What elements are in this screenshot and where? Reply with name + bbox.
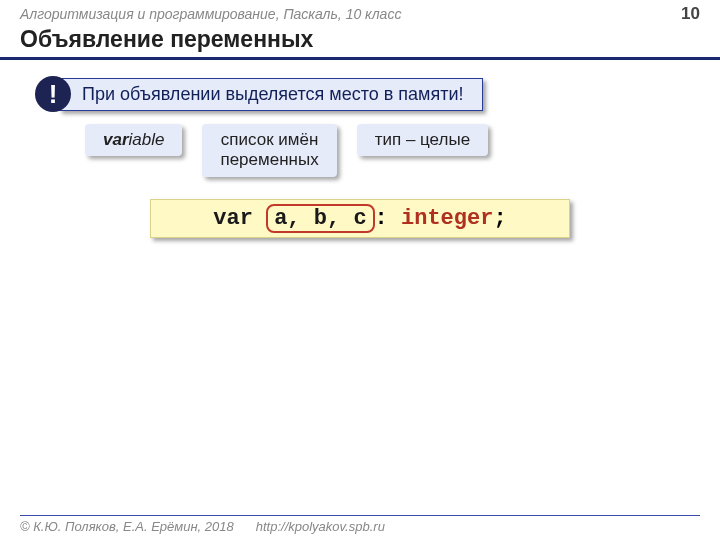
code-type: integer: [401, 206, 493, 231]
breadcrumb: Алгоритмизация и программирование, Паска…: [20, 6, 401, 22]
code-colon: :: [375, 206, 388, 231]
chip-id-list-line1: список имён: [221, 130, 319, 149]
callout: ! При объявлении выделяется место в памя…: [35, 76, 690, 112]
content-area: ! При объявлении выделяется место в памя…: [0, 60, 720, 248]
chip-variable-rest: iable: [129, 130, 165, 149]
page-title: Объявление переменных: [0, 24, 720, 60]
code-keyword-var: var: [213, 206, 253, 231]
chip-type: тип – целые: [357, 124, 488, 156]
callout-text: При объявлении выделяется место в памяти…: [59, 78, 483, 111]
chip-variable: variable: [85, 124, 182, 156]
code-semicolon: ;: [493, 206, 506, 231]
code-identifiers: a, b, c: [266, 204, 374, 233]
page-number: 10: [681, 4, 700, 24]
label-chips-row: variable список имён переменных тип – це…: [85, 124, 690, 177]
exclaim-icon: !: [35, 76, 71, 112]
chip-id-list-line2: переменных: [220, 150, 318, 169]
slide-header: Алгоритмизация и программирование, Паска…: [0, 0, 720, 24]
code-example: var a, b, c: integer;: [150, 199, 570, 238]
chip-id-list: список имён переменных: [202, 124, 336, 177]
chip-variable-bold: var: [103, 130, 129, 149]
footer-link[interactable]: http://kpolyakov.spb.ru: [256, 519, 385, 534]
footer-copyright: © К.Ю. Поляков, Е.А. Ерёмин, 2018: [20, 519, 234, 534]
slide-footer: © К.Ю. Поляков, Е.А. Ерёмин, 2018 http:/…: [20, 515, 700, 534]
